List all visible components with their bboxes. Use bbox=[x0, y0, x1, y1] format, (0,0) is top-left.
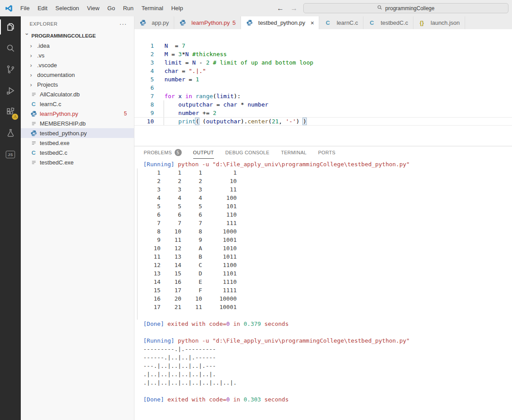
output-table-row: 3 3 3 11 bbox=[143, 185, 512, 194]
back-arrow-icon[interactable]: ← bbox=[277, 4, 284, 12]
menu-run[interactable]: Run bbox=[119, 0, 138, 16]
panel-tab-problems[interactable]: PROBLEMS5 bbox=[144, 146, 182, 159]
file-file-icon bbox=[30, 139, 37, 146]
output-table-row: 2 2 2 10 bbox=[143, 177, 512, 185]
output-table-row: 14 16 E 1110 bbox=[143, 278, 512, 286]
code-line-7: 7for x in range(limit): bbox=[134, 92, 512, 100]
activity-source-control-icon[interactable] bbox=[0, 59, 21, 80]
python-file-icon bbox=[30, 130, 37, 137]
forward-arrow-icon[interactable]: → bbox=[290, 4, 298, 12]
output-line: ------.|..|..|.------ bbox=[143, 353, 512, 362]
nav-arrows: ← → bbox=[277, 0, 298, 16]
output-table-row: 6 6 6 110 bbox=[143, 210, 512, 219]
line-number: 9 bbox=[134, 109, 154, 117]
panel-tab-output[interactable]: OUTPUT bbox=[193, 146, 214, 159]
output-table-row: 4 4 4 100 bbox=[143, 194, 512, 202]
panel-tab-label: PORTS bbox=[318, 150, 335, 155]
code-line-6: 6 bbox=[134, 84, 512, 92]
tree-item-testbed-python-py[interactable]: testbed_python.py bbox=[21, 128, 134, 138]
code-line-3: 3limit = N - 2 # limit of up and bottom … bbox=[134, 58, 512, 67]
tab-app-py[interactable]: app.py bbox=[134, 16, 174, 29]
tab-launch-json[interactable]: {}launch.json bbox=[413, 16, 465, 29]
activity-run-and-debug-icon[interactable] bbox=[0, 80, 21, 101]
activity-testing-icon[interactable] bbox=[0, 122, 21, 144]
line-number: 10 bbox=[134, 117, 154, 126]
bottom-panel: PROBLEMS5OUTPUTDEBUG CONSOLETERMINALPORT… bbox=[134, 146, 512, 420]
python-file-icon bbox=[246, 19, 253, 27]
tree-item-projects[interactable]: ›Projects bbox=[21, 80, 134, 89]
tree-item-vs[interactable]: ›.vs bbox=[21, 50, 134, 60]
panel-tab-label: DEBUG CONSOLE bbox=[225, 150, 270, 155]
activity-explorer-icon[interactable] bbox=[0, 16, 21, 38]
tree-item-testbedc-c[interactable]: CtestbedC.c bbox=[21, 148, 134, 157]
tree-item-testbedc-exe[interactable]: testbedC.exe bbox=[21, 157, 134, 167]
panel-tab-debug-console[interactable]: DEBUG CONSOLE bbox=[225, 146, 270, 159]
close-icon[interactable]: × bbox=[310, 19, 314, 27]
explorer-sidebar: EXPLORER ··· › PROGRAMMINGCOLLEGE ›.idea… bbox=[21, 16, 134, 420]
output-table-row: 7 7 7 111 bbox=[143, 219, 512, 227]
tree-item-documentation[interactable]: ›documentation bbox=[21, 70, 134, 80]
menu-edit[interactable]: Edit bbox=[34, 0, 51, 16]
output-console[interactable]: [Running] python -u "d:\File_apply_univ\… bbox=[134, 160, 512, 420]
tree-item-allcalculator-db[interactable]: AllCalculator.db bbox=[21, 89, 134, 99]
output-line bbox=[143, 387, 512, 395]
tree-item-label: testbed_python.py bbox=[40, 130, 87, 137]
more-actions-icon[interactable]: ··· bbox=[119, 20, 127, 27]
explorer-title: EXPLORER bbox=[30, 21, 57, 27]
menu-selection[interactable]: Selection bbox=[51, 0, 83, 16]
code-line-5: 5number = 1 bbox=[134, 75, 512, 84]
panel-tab-terminal[interactable]: TERMINAL bbox=[281, 146, 306, 159]
tab-learnc-c[interactable]: ClearnC.c bbox=[319, 16, 363, 29]
chevron-right-icon: › bbox=[30, 62, 37, 68]
file-file-icon bbox=[30, 120, 37, 127]
file-file-icon bbox=[30, 91, 37, 98]
output-table-row: 5 5 5 101 bbox=[143, 202, 512, 210]
menu-help[interactable]: Help bbox=[167, 0, 187, 16]
menu-terminal[interactable]: Terminal bbox=[138, 0, 167, 16]
output-line: [Running] python -u "d:\File_apply_univ\… bbox=[143, 160, 512, 168]
code-line-10: 10 print( (outputchar).center(21, '-') ) bbox=[134, 117, 512, 126]
tree-item-learnc-c[interactable]: ClearnC.c bbox=[21, 99, 134, 109]
tree-item-label: testbed.exe bbox=[40, 140, 69, 146]
chevron-right-icon: › bbox=[30, 72, 37, 78]
tree-item-membership-db[interactable]: MEMBERSHIP.db bbox=[21, 118, 134, 128]
python-file-icon bbox=[139, 19, 146, 27]
tree-item-vscode[interactable]: ›.vscode bbox=[21, 60, 134, 70]
tree-item-learnpython-py[interactable]: learnPython.py5 bbox=[21, 109, 134, 118]
tab-testbed-python-py[interactable]: testbed_python.py× bbox=[241, 16, 319, 29]
file-file-icon bbox=[30, 159, 37, 166]
output-line: .|..|..|..|..|..|..|..|..|. bbox=[143, 378, 512, 387]
line-number: 7 bbox=[134, 92, 154, 100]
chevron-right-icon: › bbox=[30, 43, 37, 49]
line-number: 2 bbox=[134, 50, 154, 58]
code-editor[interactable]: 1N = 72M = 3*N #thickness3limit = N - 2 … bbox=[134, 42, 512, 146]
c-file-icon: C bbox=[30, 149, 37, 156]
code-line-9: 9 number += 2 bbox=[134, 109, 512, 117]
python-file-icon bbox=[30, 110, 37, 117]
workspace-root-folder[interactable]: › PROGRAMMINGCOLLEGE bbox=[21, 31, 134, 41]
tab-learnpython-py[interactable]: learnPython.py5 bbox=[174, 16, 241, 29]
tab-testbedc-c[interactable]: CtestbedC.c bbox=[363, 16, 413, 29]
tab-label: app.py bbox=[152, 19, 169, 26]
warning-badge: ⚠ bbox=[12, 114, 18, 120]
activity-search-icon[interactable] bbox=[0, 38, 21, 59]
output-line: [Running] python -u "d:\File_apply_univ\… bbox=[143, 336, 512, 345]
menu-view[interactable]: View bbox=[83, 0, 103, 16]
tree-item-testbed-exe[interactable]: testbed.exe bbox=[21, 138, 134, 148]
activity-js-icon[interactable]: JS bbox=[0, 144, 21, 165]
panel-tab-ports[interactable]: PORTS bbox=[318, 146, 335, 159]
output-table-row: 13 15 D 1101 bbox=[143, 269, 512, 278]
command-center-search[interactable]: programmingCollege bbox=[303, 3, 508, 13]
panel-tab-label: OUTPUT bbox=[193, 150, 214, 155]
file-tree: ›.idea›.vs›.vscode›documentation›Project… bbox=[21, 41, 134, 167]
panel-badge: 5 bbox=[175, 149, 182, 156]
line-number: 3 bbox=[134, 58, 154, 67]
tab-label: testbed_python.py bbox=[258, 19, 305, 26]
line-number: 5 bbox=[134, 75, 154, 84]
activity-extensions-icon[interactable]: ⚠ bbox=[0, 101, 21, 122]
tree-item-idea[interactable]: ›.idea bbox=[21, 41, 134, 50]
line-number: 8 bbox=[134, 100, 154, 109]
menu-go[interactable]: Go bbox=[103, 0, 119, 16]
menu-file[interactable]: File bbox=[16, 0, 34, 16]
output-table-row: 16 20 10 10000 bbox=[143, 294, 512, 303]
